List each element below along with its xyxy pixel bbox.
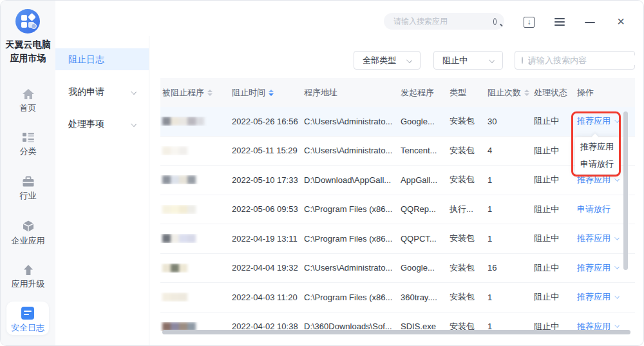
sidebar-item-security-log[interactable]: 安全日志 <box>6 302 49 335</box>
status-cell: 阻止中 <box>532 204 575 215</box>
blocked-program-cell <box>160 175 230 184</box>
sidebar-item-pending-tasks[interactable]: 处理事项 <box>55 113 149 135</box>
sidebar-item-home[interactable]: 首页 <box>1 88 55 114</box>
close-icon: × <box>617 14 625 28</box>
program-path-cell: C:\Users\Administrato... <box>302 146 399 155</box>
blur-block <box>179 234 187 243</box>
search-icon <box>493 18 497 25</box>
app-search <box>384 13 504 30</box>
action-dropdown-menu: 推荐应用 申请放行 <box>575 137 619 174</box>
source-program-cell: 360tray.... <box>399 293 448 302</box>
action-link[interactable]: 推荐应用 <box>577 291 619 303</box>
action-label: 申请放行 <box>577 204 611 215</box>
source-program-cell: Tencent... <box>399 146 448 155</box>
col-blocked-program[interactable]: 被阻止程序 <box>160 87 230 99</box>
chevron-down-icon <box>614 118 620 123</box>
blur-block <box>162 117 171 126</box>
rail-item-label: 首页 <box>1 102 55 114</box>
security-log-icon <box>21 307 34 320</box>
program-path-cell: D:\Download\AppGall... <box>302 175 399 185</box>
sidebar-item-enterprise-apps[interactable]: 企业应用 <box>1 220 55 247</box>
col-label: 被阻止程序 <box>162 87 204 99</box>
minimize-button[interactable] <box>585 22 595 23</box>
action-link[interactable]: 推荐应用 <box>577 233 619 244</box>
left-rail: 天翼云电脑 应用市场 首页 分类 行业 <box>1 1 55 345</box>
sidebar-item-category[interactable]: 分类 <box>1 131 55 157</box>
source-program-cell: Google... <box>399 263 448 273</box>
sub-item-label: 阻止日志 <box>68 54 104 64</box>
source-program-cell: QQPCT... <box>399 234 448 244</box>
download-manager-button[interactable]: ↓ <box>524 17 535 28</box>
col-block-time[interactable]: 阻止时间 <box>230 87 302 99</box>
chevron-down-icon <box>489 57 495 63</box>
app-search-input[interactable] <box>393 17 493 26</box>
chevron-down-icon <box>131 89 137 95</box>
col-type: 类型 <box>448 87 486 99</box>
block-time-cell: 2022-04-04 19:32 <box>230 263 302 273</box>
sidebar-item-block-log[interactable]: 阻止日志 <box>55 48 149 70</box>
action-cell: 推荐应用 <box>575 291 635 303</box>
secondary-sidebar: 阻止日志 我的申请 处理事项 <box>55 36 149 345</box>
menu-item-recommend-app[interactable]: 推荐应用 <box>575 140 619 154</box>
blocked-program-cell <box>160 146 230 155</box>
table-header: 被阻止程序 阻止时间 程序地址 发起程序 类型 阻止次数 处理状态 操作 <box>160 78 635 107</box>
chevron-down-icon <box>614 235 620 240</box>
blurred-program-name <box>162 175 230 184</box>
type-cell: 安装包 <box>448 291 486 303</box>
type-cell: 安装包 <box>448 233 486 244</box>
blur-block <box>162 146 171 155</box>
blur-block <box>171 293 179 302</box>
app-title: 天翼云电脑 应用市场 <box>1 38 55 65</box>
col-block-count[interactable]: 阻止次数 <box>486 87 532 99</box>
action-link[interactable]: 申请放行 <box>577 204 611 215</box>
col-actions: 操作 <box>575 87 635 99</box>
blur-block <box>162 205 171 214</box>
content-search-input[interactable] <box>528 55 641 65</box>
horizontal-scrollbar[interactable] <box>162 330 630 334</box>
status-cell: 阻止中 <box>532 145 575 157</box>
program-path-cell: C:\Program Files (x86... <box>302 204 399 214</box>
sidebar-item-industry[interactable]: 行业 <box>1 176 55 202</box>
block-count-cell: 4 <box>486 146 532 155</box>
sidebar-item-my-requests[interactable]: 我的申请 <box>55 81 149 102</box>
close-button[interactable]: × <box>614 15 627 28</box>
blur-block <box>171 234 179 243</box>
col-label: 发起程序 <box>401 87 434 99</box>
table-row: 2022-05-26 16:56 C:\Users\Administrato..… <box>160 107 635 137</box>
action-link[interactable]: 推荐应用 <box>577 262 619 274</box>
sidebar-item-app-upgrade[interactable]: 应用升级 <box>1 264 55 290</box>
blurred-program-name <box>162 234 230 243</box>
action-label: 推荐应用 <box>577 233 611 244</box>
blur-block <box>187 117 196 126</box>
blocked-program-cell <box>160 264 230 273</box>
block-time-cell: 2022-04-03 11:20 <box>230 293 302 302</box>
status-cell: 阻止中 <box>532 115 575 127</box>
program-path-cell: C:\Program Files (x86... <box>302 293 399 302</box>
vertical-scrollbar[interactable] <box>623 111 628 270</box>
action-link[interactable]: 推荐应用 <box>577 115 619 127</box>
status-filter-select[interactable]: 阻止中 <box>433 51 503 70</box>
blur-block <box>171 146 179 155</box>
col-label: 处理状态 <box>534 87 567 99</box>
sub-item-label: 处理事项 <box>68 119 104 129</box>
menu-button[interactable] <box>554 18 565 26</box>
col-label: 程序地址 <box>304 87 337 99</box>
blur-block <box>179 175 187 184</box>
type-cell: 执行... <box>448 204 486 215</box>
action-label: 推荐应用 <box>577 291 611 303</box>
chevron-down-icon <box>614 264 620 269</box>
sort-desc-icon <box>269 90 274 96</box>
table-body: 2022-05-26 16:56 C:\Users\Administrato..… <box>160 107 635 334</box>
source-program-cell: QQRep... <box>399 204 448 214</box>
rail-item-label: 分类 <box>1 146 55 157</box>
menu-item-request-release[interactable]: 申请放行 <box>575 157 619 171</box>
action-link[interactable]: 推荐应用 <box>577 174 619 186</box>
download-icon: ↓ <box>527 17 531 26</box>
type-filter-select[interactable]: 全部类型 <box>354 51 421 70</box>
hamburger-icon <box>554 24 565 26</box>
program-path-cell: C:\Users\Administrato... <box>302 263 399 273</box>
briefcase-icon <box>22 176 35 187</box>
action-label: 推荐应用 <box>577 262 611 274</box>
blurred-program-name <box>162 264 230 273</box>
col-source-program: 发起程序 <box>399 87 448 99</box>
